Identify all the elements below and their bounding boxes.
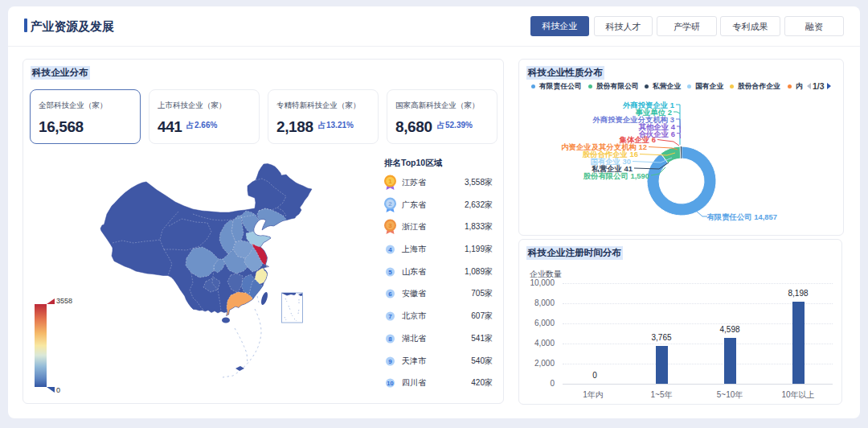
svg-text:3558: 3558 xyxy=(56,297,72,305)
svg-text:1: 1 xyxy=(388,178,392,185)
svg-text:有限责任公司 14,857: 有限责任公司 14,857 xyxy=(706,212,777,221)
svg-text:3: 3 xyxy=(388,222,392,229)
svg-text:股份有限公司 1,590: 股份有限公司 1,590 xyxy=(583,171,649,180)
svg-text:2: 2 xyxy=(388,200,392,208)
svg-text:0: 0 xyxy=(56,386,60,394)
